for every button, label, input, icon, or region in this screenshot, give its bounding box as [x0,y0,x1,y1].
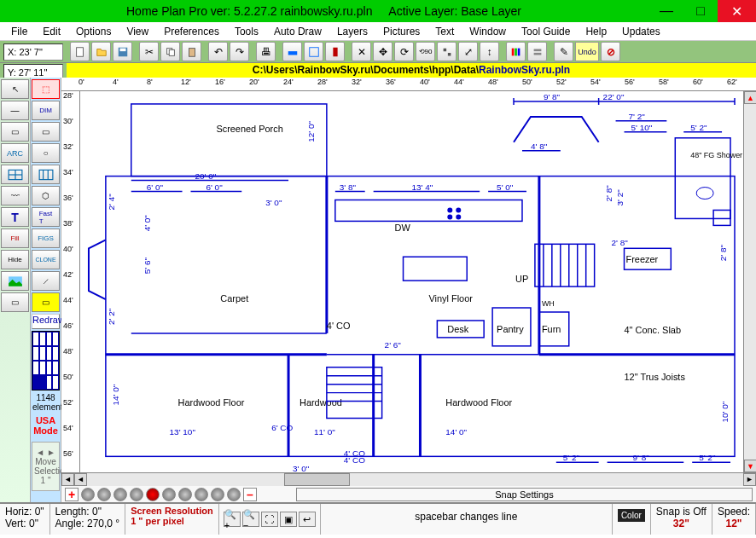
menu-view[interactable]: View [119,24,156,39]
zoom-in-icon[interactable]: 🔍+ [224,512,241,527]
maximize-button[interactable]: □ [683,0,718,22]
fast-tool[interactable]: FastT [32,207,60,227]
mirror-icon[interactable]: ✕ [352,42,371,61]
dim-tool[interactable]: DIM [32,101,60,120]
zoom-out-icon[interactable]: 🔍− [242,512,259,527]
clone-tool[interactable]: CLONE [32,250,60,269]
svg-text:7' 2": 7' 2" [628,112,645,121]
menu-preferences[interactable]: Preferences [156,24,227,39]
print-icon[interactable]: 🖶 [256,42,276,61]
snap-dot-7[interactable] [178,488,192,501]
zoom-window-icon[interactable]: ▣ [280,512,297,527]
rect2-tool[interactable]: ▭ [32,122,60,142]
tool-b-icon[interactable] [304,42,323,61]
redo-arrow-icon[interactable]: ↷ [230,42,249,61]
redraw-button[interactable]: Redraw [32,314,60,329]
scroll-up-icon[interactable]: ▲ [744,91,756,104]
grid-tool[interactable] [1,165,29,184]
menu-updates[interactable]: Updates [614,24,668,39]
cut-icon[interactable]: ✂ [139,42,159,61]
drawing-canvas[interactable]: Screened Porch 12' 0" 9' 8" 22' 0" 7' 2"… [80,91,743,472]
circle-tool[interactable]: ○ [32,143,60,163]
rotate90-icon[interactable]: ⟲90 [416,42,435,61]
svg-text:2' 6": 2' 6" [385,340,402,350]
layers-icon[interactable] [527,42,547,61]
yellow-tool[interactable]: ▭ [32,292,60,312]
align-icon[interactable] [437,42,457,61]
color-button[interactable]: Color [613,504,651,535]
freehand-tool[interactable]: ⟋ [32,271,60,291]
scrollbar-horizontal[interactable]: ◄ ◄ ► [61,472,756,485]
hide-tool[interactable]: Hide [1,250,29,269]
menu-window[interactable]: Window [462,24,514,39]
snap-dot-6[interactable] [162,488,176,501]
scale-icon[interactable]: ⤢ [458,42,478,61]
scrollbar-vertical[interactable]: ▲ ▼ [743,91,756,472]
snap-dot-1[interactable] [81,488,95,501]
svg-text:3' 0": 3' 0" [293,464,310,472]
folder-tool[interactable]: ▭ [1,122,29,142]
move-selection-panel[interactable]: ◄ ► Move Selection 1 " [32,442,60,491]
close-button[interactable]: ✕ [718,0,756,22]
text-tool[interactable]: T [1,207,29,227]
door-icon[interactable] [325,42,345,61]
snap-dot-active[interactable] [146,488,160,501]
copy-icon[interactable] [160,42,180,61]
move-icon[interactable]: ✥ [373,42,393,61]
window-tool[interactable] [32,165,60,184]
open-file-icon[interactable] [91,42,111,61]
curve-tool[interactable]: 〰 [1,186,29,205]
arc-tool[interactable]: ARC [1,143,29,163]
scroll-down-icon[interactable]: ▼ [744,460,756,472]
menu-autodraw[interactable]: Auto Draw [266,24,329,39]
undo-arrow-icon[interactable]: ↶ [208,42,228,61]
snap-dot-8[interactable] [195,488,208,501]
rect-tool[interactable]: ▭ [1,292,29,312]
tool-a-icon[interactable] [282,42,302,61]
minimize-button[interactable]: — [649,0,683,22]
menu-edit[interactable]: Edit [35,24,68,39]
picture-tool[interactable] [1,271,29,291]
svg-rect-11 [517,48,520,55]
select-tool[interactable]: ⬚ [32,79,60,99]
trim-icon[interactable]: ↕ [480,42,499,61]
line-tool[interactable]: — [1,101,29,120]
scroll-left-icon[interactable]: ◄ [61,473,74,486]
save-icon[interactable] [113,42,132,61]
zoom-prev-icon[interactable]: ↩ [299,512,316,527]
zoom-in-snap[interactable]: + [65,488,79,501]
scrollbar-thumb[interactable] [284,473,350,486]
svg-rect-12 [533,49,541,51]
svg-text:2' 8": 2' 8" [604,185,614,202]
paste-icon[interactable] [182,42,201,61]
snap-dot-9[interactable] [211,488,224,501]
snap-dot-2[interactable] [97,488,111,501]
menu-text[interactable]: Text [427,24,462,39]
menu-pictures[interactable]: Pictures [375,24,427,39]
rotate-icon[interactable]: ⟳ [394,42,414,61]
scroll-left2-icon[interactable]: ◄ [74,473,87,486]
snap-dot-4[interactable] [130,488,143,501]
zoom-fit-icon[interactable]: ⛶ [261,512,278,527]
scroll-right-icon[interactable]: ► [743,473,756,486]
new-file-icon[interactable] [70,42,90,61]
poly-tool[interactable]: ⬡ [32,186,60,205]
menu-help[interactable]: Help [578,24,614,39]
snap-dot-3[interactable] [113,488,127,501]
arrow-tool[interactable]: ↖ [1,79,29,99]
colors-icon[interactable] [506,42,526,61]
fill-tool[interactable]: Fill [1,229,29,248]
figs-tool[interactable]: FIGS [32,229,60,248]
snap-settings-button[interactable]: Snap Settings [296,488,753,501]
line-pattern-grid[interactable] [32,331,60,390]
menu-options[interactable]: Options [68,24,119,39]
zoom-out-snap[interactable]: – [243,488,257,501]
cancel-icon[interactable]: ⊘ [601,42,620,61]
menu-layers[interactable]: Layers [329,24,375,39]
measure-icon[interactable]: ✎ [554,42,573,61]
menu-file[interactable]: File [3,24,35,39]
menu-tools[interactable]: Tools [227,24,266,39]
snap-dot-10[interactable] [227,488,241,501]
menu-toolguide[interactable]: Tool Guide [514,24,578,39]
undo-button[interactable]: Undo [575,42,599,61]
